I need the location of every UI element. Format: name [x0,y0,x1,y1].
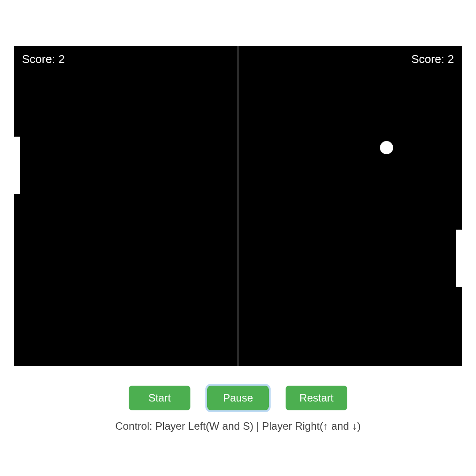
restart-button[interactable]: Restart [286,386,347,410]
center-line [238,46,238,366]
pause-button[interactable]: Pause [207,386,269,410]
start-button[interactable]: Start [129,386,190,410]
score-left-prefix: Score: [22,52,58,66]
instructions-text: Control: Player Left(W and S) | Player R… [115,420,361,432]
score-left: Score: 2 [22,52,65,66]
paddle-right [456,230,462,287]
score-right-prefix: Score: [411,52,447,66]
score-left-value: 2 [58,52,64,66]
paddle-left [14,137,20,194]
score-right-value: 2 [448,52,454,66]
controls-bar: Start Pause Restart [129,386,347,410]
ball [380,141,393,154]
score-right: Score: 2 [411,52,454,66]
game-area[interactable]: Score: 2 Score: 2 [14,46,462,366]
